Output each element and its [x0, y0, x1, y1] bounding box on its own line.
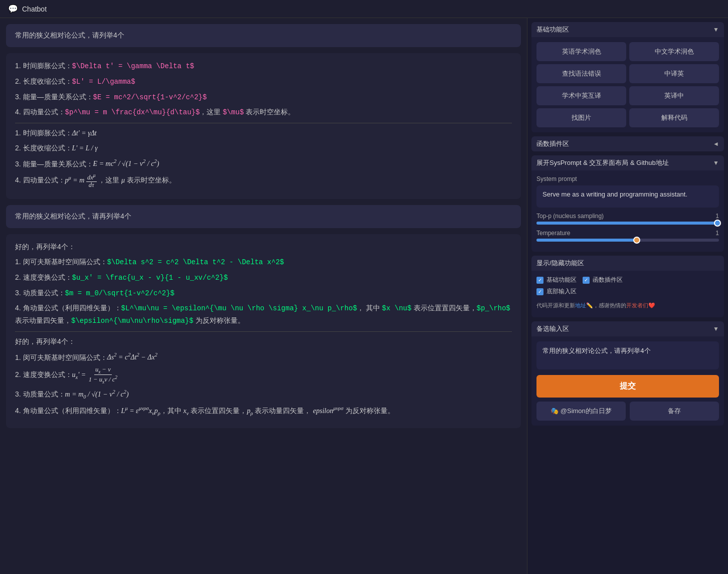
top-p-label-row: Top-p (nucleus sampling) 1 [536, 213, 719, 220]
checkbox-basic[interactable]: ✓ 基础功能区 [536, 276, 577, 284]
developers-link[interactable]: 开发者们 [626, 302, 648, 308]
sys-prompt-section: 展开SysPrompt & 交互界面布局 & Github地址 ▼ System… [531, 155, 724, 252]
formula-item-2-4: 4. 角动量公式（利用四维矢量）：$L^\mu\nu = \epsilon^{\… [15, 302, 512, 327]
checkbox-row-2: ✓ 底部输入区 [536, 287, 719, 296]
basic-functions-grid: 英语学术润色 中文学术润色 查找语法错误 中译英 学术中英互译 英译中 找图片 … [536, 42, 719, 127]
sys-prompt-value[interactable]: Serve me as a writing and programming as… [536, 185, 719, 208]
btn-chinese-academic[interactable]: 中文学术润色 [629, 42, 719, 61]
btn-explain-code[interactable]: 解释代码 [629, 108, 719, 127]
btn-find-image[interactable]: 找图片 [536, 108, 626, 127]
top-p-slider-track[interactable] [536, 222, 719, 225]
top-p-fill [536, 222, 719, 225]
latex-2-4c: $p_\rho$ [477, 304, 510, 312]
basic-functions-header: 基础功能区 ▼ [531, 22, 724, 37]
save-button[interactable]: 备存 [630, 402, 719, 421]
rendered-2-4: 4. 角动量公式（利用四维矢量）：Lμ = εμνρσxνpρ，其中 xν 表示… [15, 404, 512, 418]
checkbox-basic-box: ✓ [536, 277, 543, 284]
latex-2-3: $m = m_0/\sqrt{1-v^2/c^2}$ [65, 289, 174, 297]
temperature-slider-track[interactable] [536, 239, 719, 242]
checkbox-plugin-label: 函数插件区 [593, 276, 623, 284]
latex-2-4d: $\epsilon^{\mu\nu\rho\sigma}$ [71, 317, 194, 325]
rendered-formula-2-4b: xν [184, 407, 189, 415]
user-message-2-text: 常用的狭义相对论公式，请再列举4个 [15, 212, 131, 220]
checkbox-plugin[interactable]: ✓ 函数插件区 [583, 276, 623, 284]
top-p-thumb [714, 220, 721, 227]
btn-english-academic[interactable]: 英语学术润色 [536, 42, 626, 61]
sys-prompt-title: 展开SysPrompt & 交互界面布局 & Github地址 [536, 158, 669, 167]
temperature-label: Temperature [536, 230, 570, 237]
rendered-2-3: 3. 动质量公式：m = m0 / √(1 − v2 / c2) [15, 388, 512, 401]
visibility-header: 显示/隐藏功能区 [531, 256, 724, 271]
checkbox-input[interactable]: ✓ 底部输入区 [536, 287, 577, 296]
rendered-1-4: 4. 四动量公式：pμ = m dxμdτ ，这里 μ 表示时空坐标。 [15, 173, 512, 189]
rendered-formula-1-4b: μ [121, 176, 125, 184]
btn-zh-to-en[interactable]: 中译英 [629, 64, 719, 83]
rendered-2-1: 1. 闵可夫斯基时空间隔公式：Δs2 = c2Δt2 − Δx2 [15, 351, 512, 363]
rendered-2-2: 2. 速度变换公式：ux' = ux − v1 − uxv / c2 [15, 366, 512, 385]
visibility-section: 显示/隐藏功能区 ✓ 基础功能区 ✓ 函数插件区 ✓ 底部输入区 [531, 256, 724, 317]
plugin-functions-arrow: ◄ [713, 140, 719, 147]
top-p-value: 1 [715, 213, 719, 220]
bottom-btns: 🎭 @Simon的白日梦 备存 [536, 402, 719, 421]
formula-item-1-1: 1. 时间膨胀公式：$\Delta t' = \gamma \Delta t$ [15, 60, 512, 73]
temperature-value: 1 [715, 230, 719, 237]
reset-button[interactable]: 🎭 @Simon的白日梦 [536, 402, 626, 421]
btn-en-to-zh[interactable]: 英译中 [629, 86, 719, 105]
top-p-label: Top-p (nucleus sampling) [536, 213, 604, 220]
formula-list-2: 1. 闵可夫斯基时空间隔公式：$\Delta s^2 = c^2 \Delta … [15, 256, 512, 327]
formula-list-1: 1. 时间膨胀公式：$\Delta t' = \gamma \Delta t$ … [15, 60, 512, 119]
user-message-1: 常用的狭义相对论公式，请列举4个 [6, 24, 521, 47]
checkbox-input-box: ✓ [536, 288, 543, 295]
top-p-row: Top-p (nucleus sampling) 1 [536, 213, 719, 225]
rendered-formula-1-3: E = mc2 / √(1 − v2 / c2) [93, 160, 159, 167]
submit-button[interactable]: 提交 [536, 375, 719, 398]
sys-prompt-arrow: ▼ [713, 159, 719, 166]
chat-panel: 常用的狭义相对论公式，请列举4个 1. 时间膨胀公式：$\Delta t' = … [0, 18, 527, 574]
formula-item-1-4: 4. 四动量公式：$p^\mu = m \frac{dx^\mu}{d\tau}… [15, 106, 512, 119]
basic-functions-title: 基础功能区 [536, 25, 569, 34]
right-panel: 基础功能区 ▼ 英语学术润色 中文学术润色 查找语法错误 中译英 学术中英互译 … [527, 18, 728, 574]
temperature-label-row: Temperature 1 [536, 230, 719, 237]
plugin-functions-section: 函数插件区 ◄ [531, 136, 724, 151]
visibility-title: 显示/隐藏功能区 [536, 259, 584, 268]
latex-1-3: $E = mc^2/\sqrt{1-v^2/c^2}$ [93, 93, 207, 101]
weibo-icon: 🎭 [551, 407, 559, 415]
latex-1-4b: $\mu$ [223, 108, 244, 116]
rendered-formula-2-4: Lμ = εμνρσxνpρ [121, 407, 160, 415]
formula-item-2-2: 2. 速度变换公式：$u_x' = \frac{u_x - v}{1 - u_x… [15, 272, 512, 284]
rendered-formula-list-2: 1. 闵可夫斯基时空间隔公式：Δs2 = c2Δt2 − Δx2 2. 速度变换… [15, 351, 512, 418]
latex-1-1: $\Delta t' = \gamma \Delta t$ [72, 62, 195, 70]
assistant-intro: 好的，再列举4个： [15, 241, 512, 253]
rendered-formula-2-4c: pρ [247, 407, 253, 415]
backup-input-body: 常用的狭义相对论公式，请再列举4个 提交 🎭 @Simon的白日梦 备存 [531, 336, 724, 426]
assistant-message-2: 好的，再列举4个： 1. 闵可夫斯基时空间隔公式：$\Delta s^2 = c… [6, 234, 521, 428]
latex-1-2: $L' = L/\gamma$ [72, 78, 135, 86]
rendered-1-2: 2. 长度收缩公式：L' = L / γ [15, 142, 512, 154]
app-title: Chatbot [22, 5, 47, 13]
checkbox-row-1: ✓ 基础功能区 ✓ 函数插件区 [536, 276, 719, 284]
rendered-formula-2-1: Δs2 = c2Δt2 − Δx2 [107, 353, 157, 361]
backup-input-section: 备选输入区 ▼ 常用的狭义相对论公式，请再列举4个 提交 🎭 @Simon的白日… [531, 321, 724, 426]
btn-grammar-check[interactable]: 查找语法错误 [536, 64, 626, 83]
user-message-1-text: 常用的狭义相对论公式，请列举4个 [15, 31, 124, 39]
plugin-functions-title: 函数插件区 [536, 139, 569, 148]
formula-item-2-3: 3. 动质量公式：$m = m_0/\sqrt{1-v^2/c^2}$ [15, 287, 512, 300]
checkbox-basic-label: 基础功能区 [547, 276, 577, 284]
latex-2-2: $u_x' = \frac{u_x - v}{1 - u_xv/c^2}$ [72, 274, 228, 282]
backup-textarea[interactable]: 常用的狭义相对论公式，请再列举4个 [536, 341, 719, 369]
temperature-row: Temperature 1 [536, 230, 719, 242]
basic-functions-arrow: ▼ [713, 26, 719, 33]
rendered-formula-1-4: pμ = m dxμdτ [65, 176, 98, 184]
footer-links: 代码开源和更新地址✏️，感谢热情的开发者们❤️ [536, 299, 719, 312]
plugin-functions-header: 函数插件区 ◄ [531, 136, 724, 151]
btn-academic-translate[interactable]: 学术中英互译 [536, 86, 626, 105]
visibility-body: ✓ 基础功能区 ✓ 函数插件区 ✓ 底部输入区 代码开源和更新地址✏️，感谢热 [531, 271, 724, 317]
latex-2-4: $L^\mu\nu = \epsilon^{\mu \nu \rho \sigm… [121, 304, 357, 312]
formula-item-2-1: 1. 闵可夫斯基时空间隔公式：$\Delta s^2 = c^2 \Delta … [15, 256, 512, 269]
rendered-formula-2-2: ux' = ux − v1 − uxv / c2 [72, 371, 118, 378]
chatbot-icon: 💬 [8, 4, 18, 14]
rendered-formula-1-2: L' = L / γ [72, 144, 98, 152]
rendered-formula-1-1: Δt' = γΔt [72, 129, 97, 137]
rendered-1-1: 1. 时间膨胀公式：Δt' = γΔt [15, 127, 512, 139]
github-link[interactable]: 地址 [575, 302, 586, 308]
